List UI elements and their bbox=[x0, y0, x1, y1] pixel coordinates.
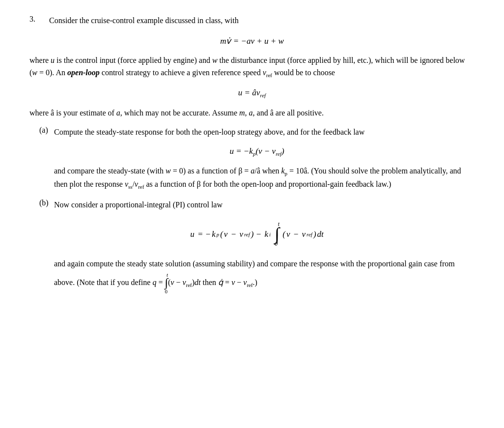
part-b-description: and again compute the steady state solut… bbox=[54, 257, 475, 296]
equation-u-openloop: u = âvref bbox=[29, 88, 475, 98]
description-paragraph-1: where u is the control input (force appl… bbox=[29, 54, 475, 80]
part-a-label: (a) bbox=[39, 126, 54, 135]
part-b-body: and again compute the steady state solut… bbox=[54, 257, 475, 296]
part-b-header: (b) Now consider a proportional-integral… bbox=[39, 199, 475, 211]
problem-intro: Consider the cruise-control example disc… bbox=[49, 15, 239, 27]
part-a-text: Compute the steady-state response for bo… bbox=[54, 126, 364, 139]
problem-container: 3. Consider the cruise-control example d… bbox=[29, 15, 475, 296]
part-a: (a) Compute the steady-state response fo… bbox=[39, 126, 475, 192]
part-a-body: and compare the steady-state (with w = 0… bbox=[54, 165, 475, 192]
equation-main-text: mv̇ = −av + u + w bbox=[220, 36, 284, 46]
problem-number: 3. bbox=[29, 15, 49, 24]
part-b: (b) Now consider a proportional-integral… bbox=[39, 199, 475, 296]
equation-feedback-law: u = −kp(v − vref) bbox=[39, 146, 475, 157]
part-b-label: (b) bbox=[39, 199, 54, 207]
integral-with-limits: t ∫ 0 bbox=[275, 221, 280, 247]
problem-header: 3. Consider the cruise-control example d… bbox=[29, 15, 475, 27]
part-a-header: (a) Compute the steady-state response fo… bbox=[39, 126, 475, 139]
description-paragraph-2: where â is your estimate of a, which may… bbox=[29, 107, 475, 119]
equation-pi-control: u = −kp(v − vref) − ki t ∫ 0 (v − vref)d… bbox=[39, 221, 475, 247]
part-a-description: and compare the steady-state (with w = 0… bbox=[54, 165, 475, 192]
part-b-text: Now consider a proportional-integral (PI… bbox=[54, 199, 223, 211]
equation-main: mv̇ = −av + u + w bbox=[29, 36, 475, 46]
